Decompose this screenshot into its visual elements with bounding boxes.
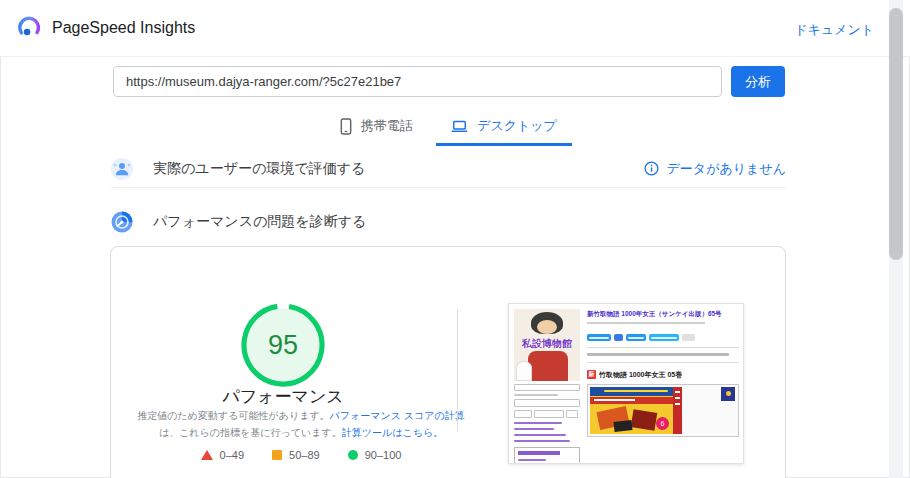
tab-desktop-label: デスクトップ (477, 117, 557, 135)
calc-tool-link[interactable]: 計算ツールはこちら。 (342, 427, 443, 438)
performance-score-gauge[interactable]: 95 (241, 303, 325, 387)
performance-report-card: 95 パフォーマンス 推定値のため変動する可能性があります。パフォーマンス スコ… (110, 246, 786, 478)
lab-data-section-header[interactable]: パフォーマンスの問題を診断する (111, 204, 786, 240)
field-section-title: 実際のユーザーの環境で評価する (153, 160, 365, 178)
score-note-pre: 推定値のため変動する可能性があります。 (137, 410, 329, 421)
tab-mobile[interactable]: 携帯電話 (325, 110, 428, 146)
vertical-divider (457, 309, 458, 431)
page-title: PageSpeed Insights (52, 19, 195, 37)
scrollbar-thumb[interactable] (889, 8, 903, 260)
thumb-select-control (514, 384, 580, 391)
score-label: パフォーマンス (173, 385, 393, 408)
thumb-site-logo-image: 私設博物館 (514, 309, 580, 381)
thumb-share-buttons (587, 334, 739, 341)
no-data-status[interactable]: データがありません (644, 160, 786, 178)
score-value: 95 (241, 303, 325, 387)
thumb-page-title: 新竹取物語 1000年女王（サンケイ出版）65号 (587, 310, 739, 319)
app-header: PageSpeed Insights (0, 0, 910, 57)
pagespeed-insights-page: { "header": { "title": "PageSpeed Insigh… (0, 0, 910, 478)
thumb-text-bar (514, 394, 558, 396)
tab-mobile-label: 携帯電話 (361, 117, 413, 135)
thumb-main-content: 新竹取物語 1000年女王（サンケイ出版）65号 新 竹取物語 1000年女王 … (587, 310, 739, 437)
thumb-sidebar: 私設博物館 (514, 309, 580, 464)
score-calc-link[interactable]: パフォーマンス スコアの計算 (330, 410, 465, 421)
pagespeed-logo-icon (16, 15, 42, 41)
legend-fail: 0–49 (201, 449, 244, 461)
analyze-button[interactable]: 分析 (731, 66, 785, 97)
thumb-breadcrumb-bar (587, 322, 705, 325)
device-tabs: 携帯電話 デスクトップ (111, 110, 786, 146)
url-input[interactable] (113, 66, 722, 97)
info-icon (644, 161, 659, 176)
thumb-site-logo-text: 私設博物館 (514, 337, 580, 351)
score-legend: 0–49 50–89 90–100 (141, 449, 461, 461)
thumb-secondary-image (721, 387, 735, 401)
green-circle-icon (348, 450, 358, 460)
legend-average-range: 50–89 (289, 449, 320, 461)
lab-section-title: パフォーマンスの問題を診断する (153, 213, 366, 231)
site-screenshot-thumbnail[interactable]: 私設博物館 (508, 303, 744, 464)
score-disclaimer: 推定値のため変動する可能性があります。パフォーマンス スコアの計算は、これらの指… (135, 408, 467, 441)
legend-pass-range: 90–100 (365, 449, 402, 461)
field-data-section-header[interactable]: 実際のユーザーの環境で評価する データがありません (111, 150, 786, 188)
thumb-nav-list (514, 447, 580, 464)
laptop-icon (451, 120, 468, 133)
real-users-icon (111, 158, 133, 180)
orange-square-icon (272, 450, 282, 460)
red-triangle-icon (201, 450, 213, 460)
thumb-tags-bar (587, 353, 729, 356)
cover-volume-badge: 6 (656, 417, 669, 430)
thumb-cover-container: 6 (587, 384, 739, 437)
thumb-search-box (514, 399, 580, 407)
phone-icon (340, 118, 352, 135)
tab-desktop[interactable]: デスクトップ (436, 110, 572, 146)
new-badge: 新 (587, 370, 596, 379)
no-data-label: データがありません (667, 160, 786, 178)
manga-cover-image: 6 (590, 387, 682, 434)
documentation-link[interactable]: ドキュメント (794, 21, 874, 39)
thumb-button-row (514, 407, 580, 418)
diagnose-gauge-icon (111, 211, 133, 233)
legend-average: 50–89 (272, 449, 320, 461)
thumb-article-heading: 新 竹取物語 1000年女王 05巻 (587, 370, 739, 380)
legend-fail-range: 0–49 (220, 449, 244, 461)
scrollbar-track[interactable] (889, 0, 903, 478)
score-note-mid: は、これらの指標を基に行っています。 (159, 427, 342, 438)
legend-pass: 90–100 (348, 449, 402, 461)
